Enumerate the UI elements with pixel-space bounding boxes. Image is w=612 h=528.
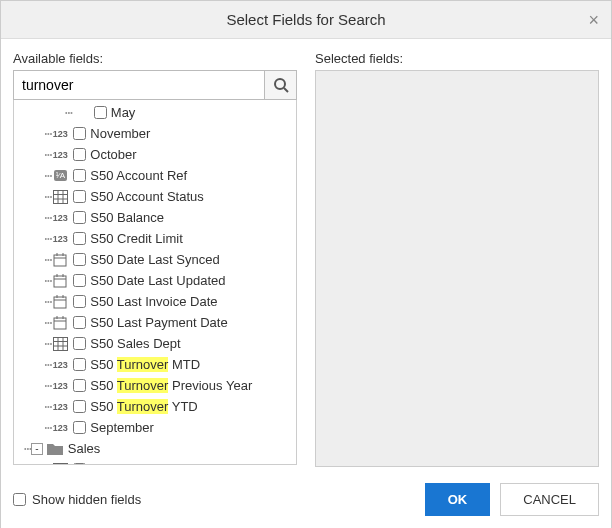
grid-icon <box>51 462 69 465</box>
tree-row[interactable]: ⋯S50 Account Status <box>14 186 296 207</box>
tree-lines: ⋯ <box>24 273 51 288</box>
tree-row[interactable]: ⋯123S50 Turnover Previous Year <box>14 375 296 396</box>
show-hidden-label: Show hidden fields <box>32 492 141 507</box>
svg-rect-11 <box>54 276 66 287</box>
svg-line-1 <box>284 88 288 92</box>
number-icon: 123 <box>51 126 69 142</box>
available-tree: ⋯May ⋯123November ⋯123October ⋯¹⁄AS50 Ac… <box>13 100 297 465</box>
field-checkbox[interactable] <box>73 337 86 350</box>
field-label: S50 Date Last Synced <box>90 252 219 267</box>
tree-lines: ⋯ <box>24 336 51 351</box>
field-label: October <box>90 147 136 162</box>
dialog-body: Available fields: ⋯May ⋯123November ⋯123… <box>1 39 611 479</box>
selected-list[interactable] <box>315 70 599 467</box>
field-label: S50 Last Invoice Date <box>90 294 217 309</box>
field-checkbox[interactable] <box>73 211 86 224</box>
close-button[interactable]: × <box>588 9 599 30</box>
svg-rect-15 <box>54 297 66 308</box>
button-group: OK CANCEL <box>425 483 599 516</box>
show-hidden-toggle[interactable]: Show hidden fields <box>13 492 141 507</box>
field-checkbox[interactable] <box>73 148 86 161</box>
field-checkbox[interactable] <box>73 169 86 182</box>
tree-row[interactable]: ⋯Rating <box>14 459 296 464</box>
number-icon: 123 <box>51 231 69 247</box>
tree-row[interactable]: ⋯123S50 Balance <box>14 207 296 228</box>
tree-row[interactable]: ⋯¹⁄AS50 Account Ref <box>14 165 296 186</box>
svg-rect-19 <box>54 318 66 329</box>
tree-row[interactable]: ⋯May <box>14 102 296 123</box>
grid-icon <box>51 189 69 205</box>
field-label: S50 Account Status <box>90 189 203 204</box>
tree-row[interactable]: ⋯123November <box>14 123 296 144</box>
field-checkbox[interactable] <box>73 274 86 287</box>
tree-row[interactable]: ⋯S50 Last Invoice Date <box>14 291 296 312</box>
calendar-icon <box>51 294 69 310</box>
field-label: S50 Balance <box>90 210 164 225</box>
number-icon: 123 <box>51 210 69 226</box>
ok-button[interactable]: OK <box>425 483 491 516</box>
tree-lines: ⋯ <box>24 315 51 330</box>
field-label: S50 Sales Dept <box>90 336 180 351</box>
tree-scroll[interactable]: ⋯May ⋯123November ⋯123October ⋯¹⁄AS50 Ac… <box>14 100 296 464</box>
tree-row[interactable]: ⋯S50 Date Last Synced <box>14 249 296 270</box>
selected-column: Selected fields: <box>315 51 599 467</box>
available-fields-label: Available fields: <box>13 51 297 66</box>
svg-rect-28 <box>53 463 67 464</box>
field-checkbox[interactable] <box>73 232 86 245</box>
calendar-icon <box>51 252 69 268</box>
cancel-button[interactable]: CANCEL <box>500 483 599 516</box>
tree-lines: ⋯ <box>24 420 51 435</box>
field-label: S50 Credit Limit <box>90 231 182 246</box>
field-checkbox[interactable] <box>73 421 86 434</box>
tree-lines: ⋯ <box>24 168 51 183</box>
field-checkbox[interactable] <box>73 316 86 329</box>
field-label: May <box>111 105 136 120</box>
tree-row[interactable]: ⋯123S50 Credit Limit <box>14 228 296 249</box>
field-checkbox[interactable] <box>73 127 86 140</box>
tree-expander[interactable]: - <box>31 443 43 455</box>
field-label: S50 Turnover YTD <box>90 399 197 414</box>
tree-row[interactable]: ⋯123S50 Turnover MTD <box>14 354 296 375</box>
tree-lines: ⋯ <box>24 294 51 309</box>
field-checkbox[interactable] <box>73 379 86 392</box>
tree-row[interactable]: ⋯123S50 Turnover YTD <box>14 396 296 417</box>
tree-row[interactable]: ⋯123October <box>14 144 296 165</box>
close-icon: × <box>588 9 599 29</box>
tree-lines: ⋯ <box>24 462 51 464</box>
tree-row[interactable]: ⋯S50 Last Payment Date <box>14 312 296 333</box>
folder-icon <box>46 441 64 457</box>
field-checkbox[interactable] <box>73 190 86 203</box>
search-input[interactable] <box>14 71 264 99</box>
field-checkbox[interactable] <box>73 358 86 371</box>
blank-icon <box>72 105 90 121</box>
field-checkbox[interactable] <box>73 400 86 413</box>
search-button[interactable] <box>264 71 296 99</box>
field-label: September <box>90 420 154 435</box>
number-icon: 123 <box>51 357 69 373</box>
svg-rect-7 <box>54 255 66 266</box>
field-label: Sales <box>68 441 101 456</box>
tree-row[interactable]: ⋯S50 Sales Dept <box>14 333 296 354</box>
svg-rect-2 <box>53 190 67 203</box>
calendar-icon <box>51 315 69 331</box>
field-checkbox[interactable] <box>73 463 86 464</box>
field-label: S50 Turnover MTD <box>90 357 200 372</box>
text-icon: ¹⁄A <box>51 168 69 184</box>
field-label: S50 Last Payment Date <box>90 315 227 330</box>
results-found: 3 result(s) found <box>1 524 611 528</box>
field-checkbox[interactable] <box>94 106 107 119</box>
calendar-icon <box>51 273 69 289</box>
tree-lines: ⋯ <box>24 189 51 204</box>
dialog-title: Select Fields for Search <box>226 11 385 28</box>
show-hidden-checkbox[interactable] <box>13 493 26 506</box>
grid-icon <box>51 336 69 352</box>
tree-lines: ⋯ <box>24 210 51 225</box>
tree-row[interactable]: ⋯S50 Date Last Updated <box>14 270 296 291</box>
field-checkbox[interactable] <box>73 295 86 308</box>
dialog-header: Select Fields for Search × <box>1 1 611 39</box>
tree-lines: ⋯ <box>24 105 72 120</box>
tree-lines: ⋯ <box>24 126 51 141</box>
tree-row[interactable]: ⋯-Sales <box>14 438 296 459</box>
field-checkbox[interactable] <box>73 253 86 266</box>
tree-row[interactable]: ⋯123September <box>14 417 296 438</box>
